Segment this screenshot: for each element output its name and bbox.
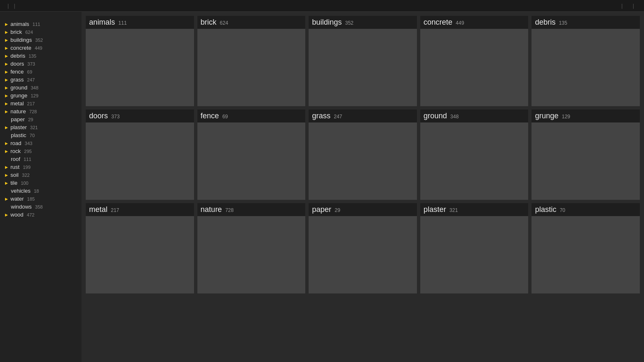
- grid-item-metal[interactable]: metal217: [86, 203, 194, 293]
- grid-item-thumb-nature: [197, 216, 306, 293]
- grid-item-count-doors: 373: [111, 114, 120, 120]
- sidebar-item-metal[interactable]: ▶metal217: [0, 99, 82, 107]
- arrow-icon-debris: ▶: [5, 54, 8, 58]
- sidebar-item-grass[interactable]: ▶grass247: [0, 76, 82, 84]
- grid-item-brick[interactable]: brick624: [197, 16, 306, 106]
- sidebar-item-debris[interactable]: ▶debris135: [0, 52, 82, 60]
- sidebar-cat-count-fence: 69: [27, 69, 32, 74]
- grid-item-plastic[interactable]: plastic70: [532, 203, 640, 293]
- sidebar-item-rust[interactable]: ▶rust199: [0, 163, 82, 171]
- sidebar-item-wood[interactable]: ▶wood472: [0, 211, 82, 219]
- sidebar-cat-name-vehicles: vehicles: [11, 188, 31, 194]
- arrow-icon-grass: ▶: [5, 78, 8, 82]
- grid-item-ground[interactable]: ground348: [420, 110, 529, 200]
- grid-item-header-paper: paper29: [309, 203, 417, 216]
- grid-item-name-ground: ground: [424, 112, 447, 120]
- sidebar-cat-count-grunge: 129: [31, 93, 38, 98]
- grid-item-header-fence: fence69: [197, 110, 306, 122]
- sidebar-cat-count-wood: 472: [27, 212, 34, 217]
- sidebar-item-concrete[interactable]: ▶concrete449: [0, 44, 82, 52]
- sidebar-item-plaster[interactable]: ▶plaster321: [0, 123, 82, 131]
- arrow-icon-plaster: ▶: [5, 125, 8, 130]
- grid-item-debris[interactable]: debris135: [532, 16, 640, 106]
- sidebar-cat-name-ground: ground: [10, 84, 27, 91]
- grid-item-name-concrete: concrete: [424, 18, 452, 27]
- grid-item-fence[interactable]: fence69: [197, 110, 306, 200]
- main-layout: ▶animals111▶brick624▶buildings352▶concre…: [0, 12, 644, 362]
- grid-item-grunge[interactable]: grunge129: [532, 110, 640, 200]
- sidebar-item-nature[interactable]: ▶nature728: [0, 107, 82, 115]
- sidebar-item-buildings[interactable]: ▶buildings352: [0, 36, 82, 44]
- sidebar-item-grunge[interactable]: ▶grunge129: [0, 92, 82, 99]
- grid-item-header-buildings: buildings352: [309, 16, 417, 29]
- sidebar-cat-name-rust: rust: [10, 164, 20, 170]
- sidebar-item-roof[interactable]: roof111: [0, 155, 82, 163]
- grid-item-thumb-fence: [197, 122, 306, 200]
- sidebar-item-windows[interactable]: windows358: [0, 203, 82, 211]
- grid-item-concrete[interactable]: concrete449: [420, 16, 529, 106]
- sidebar-cat-name-debris: debris: [10, 53, 25, 59]
- grid-item-header-nature: nature728: [197, 203, 306, 216]
- grid-item-header-grunge: grunge129: [532, 110, 640, 122]
- arrow-icon-tile: ▶: [5, 181, 8, 185]
- sidebar-item-soil[interactable]: ▶soil322: [0, 171, 82, 179]
- sidebar-item-animals[interactable]: ▶animals111: [0, 20, 82, 28]
- sidebar-cat-count-rust: 199: [23, 165, 31, 170]
- grid-item-count-brick: 624: [220, 20, 228, 26]
- arrow-icon-animals: ▶: [5, 22, 8, 26]
- grid-item-thumb-grunge: [532, 122, 640, 200]
- arrow-icon-brick: ▶: [5, 30, 8, 34]
- sidebar-item-rock[interactable]: ▶rock295: [0, 147, 82, 155]
- grid-item-count-grass: 247: [334, 114, 342, 120]
- sidebar-cat-count-plaster: 321: [30, 125, 38, 130]
- grid-item-name-paper: paper: [312, 205, 331, 214]
- sidebar-cat-count-metal: 217: [27, 101, 35, 106]
- arrow-icon-fence: ▶: [5, 70, 8, 74]
- sidebar-item-fence[interactable]: ▶fence69: [0, 68, 82, 76]
- sidebar-cat-name-rock: rock: [10, 148, 21, 154]
- grid-item-nature[interactable]: nature728: [197, 203, 306, 293]
- grid-item-buildings[interactable]: buildings352: [309, 16, 417, 106]
- grid-item-name-plaster: plaster: [424, 205, 446, 214]
- sidebar-cat-count-animals: 111: [33, 22, 40, 27]
- grid-item-doors[interactable]: doors373: [86, 110, 194, 200]
- sidebar-item-paper[interactable]: paper29: [0, 115, 82, 123]
- top-navigation: | | | |: [0, 0, 644, 12]
- sidebar-cat-count-roof: 111: [23, 157, 31, 162]
- grid-item-thumb-buildings: [309, 29, 417, 106]
- sidebar-item-tile[interactable]: ▶tile100: [0, 179, 82, 187]
- sidebar-item-brick[interactable]: ▶brick624: [0, 28, 82, 36]
- grid-item-animals[interactable]: animals111: [86, 16, 194, 106]
- sidebar-cat-name-metal: metal: [10, 100, 24, 107]
- sep4: |: [633, 3, 634, 9]
- grid-item-header-debris: debris135: [532, 16, 640, 29]
- sidebar-cat-name-animals: animals: [10, 21, 29, 27]
- sidebar-item-vehicles[interactable]: vehicles18: [0, 187, 82, 195]
- grid-item-paper[interactable]: paper29: [309, 203, 417, 293]
- sidebar-cat-name-water: water: [10, 196, 24, 202]
- sidebar-item-ground[interactable]: ▶ground348: [0, 84, 82, 92]
- sidebar-item-water[interactable]: ▶water185: [0, 195, 82, 203]
- sidebar-cat-name-fence: fence: [10, 69, 24, 75]
- grid-item-count-metal: 217: [111, 207, 119, 213]
- grid-item-name-metal: metal: [89, 205, 107, 214]
- sidebar-cat-name-brick: brick: [10, 29, 22, 35]
- grid-item-thumb-concrete: [420, 29, 529, 106]
- grid-item-header-ground: ground348: [420, 110, 529, 122]
- grid-item-name-animals: animals: [89, 18, 115, 27]
- sidebar-items-container: ▶animals111▶brick624▶buildings352▶concre…: [0, 20, 82, 219]
- grid-item-plaster[interactable]: plaster321: [420, 203, 529, 293]
- grid-item-thumb-paper: [309, 216, 417, 293]
- arrow-icon-road: ▶: [5, 141, 8, 145]
- sidebar-cat-name-windows: windows: [11, 204, 32, 210]
- texture-grid: animals111brick624buildings352concrete44…: [86, 16, 640, 293]
- sidebar-cat-name-doors: doors: [10, 61, 24, 67]
- sidebar-item-doors[interactable]: ▶doors373: [0, 60, 82, 68]
- sidebar-title-row: [0, 15, 82, 20]
- sidebar-item-road[interactable]: ▶road343: [0, 139, 82, 147]
- grid-item-grass[interactable]: grass247: [309, 110, 417, 200]
- arrow-icon-buildings: ▶: [5, 38, 8, 42]
- sidebar-item-plastic[interactable]: plastic70: [0, 131, 82, 139]
- sep2: |: [14, 3, 15, 9]
- sidebar-cat-count-rock: 295: [24, 149, 32, 154]
